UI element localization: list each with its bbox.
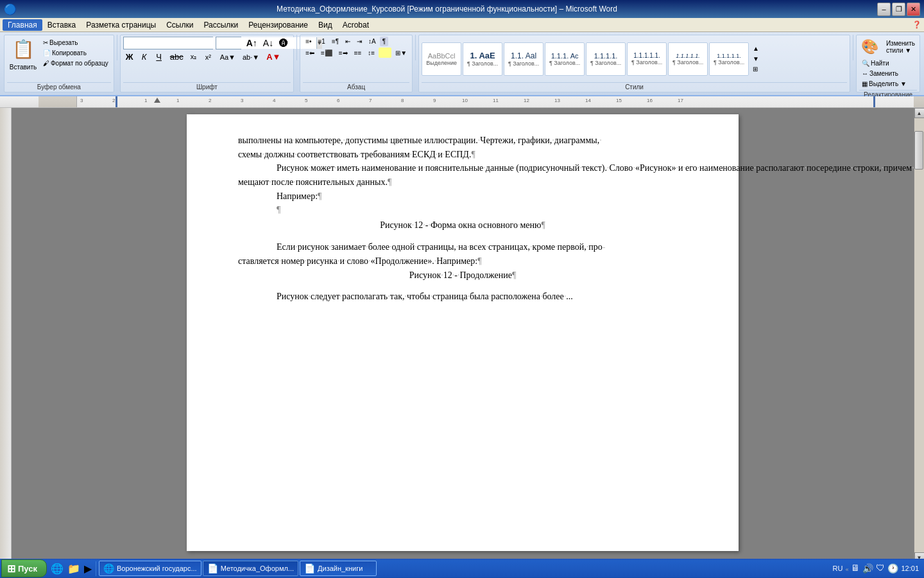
bullets-button[interactable]: ≡• bbox=[303, 37, 314, 46]
paragraph-group: ≡• ≡1 ≡¶ ⇤ ⇥ ↕A ¶ ≡⬅ ≡⬛ ≡➡ ≡≡ ↕≡ ⊞▼ bbox=[300, 35, 413, 92]
style-h7[interactable]: 1.1.1.1.1. ¶ Заголов... bbox=[709, 42, 749, 76]
ql-folder-icon[interactable]: 📁 bbox=[66, 561, 81, 576]
style-h2[interactable]: 1.1. Aal ¶ Заголов... bbox=[504, 42, 543, 76]
font-name-combo[interactable]: Times New Roman ▼ bbox=[123, 37, 213, 49]
justify-button[interactable]: ≡≡ bbox=[352, 48, 364, 58]
menu-home[interactable]: Главная bbox=[3, 19, 42, 31]
ql-ie-icon[interactable]: 🌐 bbox=[49, 561, 65, 576]
strikethrough-button[interactable]: abc bbox=[167, 51, 186, 63]
paste-button[interactable]: 📋 Вставить bbox=[7, 37, 39, 73]
menu-insert[interactable]: Вставка bbox=[42, 19, 81, 31]
para-1: выполнены·на·компьютере,·допустимы·цветн… bbox=[238, 134, 687, 148]
styles-scroll-down[interactable]: ▼ bbox=[750, 54, 762, 64]
taskbar-item-word[interactable]: 📄 Методичка_Оформл... bbox=[203, 561, 298, 576]
superscript-button[interactable]: x² bbox=[203, 52, 216, 62]
ribbon: 📋 Вставить ✂Вырезать 📄Копировать 🖌Формат… bbox=[0, 32, 924, 96]
scroll-track[interactable] bbox=[914, 118, 924, 552]
close-button[interactable]: ✕ bbox=[907, 3, 920, 16]
shading-button[interactable] bbox=[379, 48, 391, 58]
sort-button[interactable]: ↕A bbox=[366, 37, 379, 46]
styles-label: Стили bbox=[422, 82, 847, 91]
title-bar-text: Методичка_Оформление_Курсовой [Режим огр… bbox=[17, 4, 877, 13]
change-styles-button[interactable]: 🎨 Изменить стили ▼ bbox=[859, 37, 917, 57]
menu-references[interactable]: Ссылки bbox=[161, 19, 198, 31]
subscript-button[interactable]: x₂ bbox=[188, 51, 201, 62]
align-right-button[interactable]: ≡➡ bbox=[336, 48, 350, 58]
styles-more[interactable]: ⊞ bbox=[750, 64, 762, 74]
document-page: выполнены·на·компьютере,·допустимы·цветн… bbox=[187, 114, 739, 551]
highlight-button[interactable]: ab·▼ bbox=[240, 52, 262, 62]
bold-button[interactable]: Ж bbox=[123, 51, 136, 63]
style-h1[interactable]: 1. AaE ¶ Заголов... bbox=[463, 42, 502, 76]
clipboard-label: Буфер обмена bbox=[7, 82, 111, 91]
increase-indent-button[interactable]: ⇥ bbox=[354, 37, 364, 46]
restore-button[interactable]: ❐ bbox=[892, 3, 905, 16]
taskbar-item-design[interactable]: 📄 Дизайн_книги bbox=[300, 561, 377, 576]
para-caption-2: Рисунок·12·-·Продолжение¶ bbox=[238, 268, 687, 283]
styles-scroll-up[interactable]: ▲ bbox=[750, 44, 762, 53]
tray-network[interactable]: 🖥 bbox=[851, 563, 860, 574]
para-5: Рисунок·следует·располагать·так,·чтобы·с… bbox=[238, 290, 687, 304]
browser-icon: 🌐 bbox=[103, 563, 114, 574]
document-scroll[interactable]: выполнены·на·компьютере,·допустимы·цветн… bbox=[12, 108, 914, 563]
vertical-ruler bbox=[0, 108, 12, 563]
shrink-font-button[interactable]: A↓ bbox=[261, 37, 276, 49]
font-color-button[interactable]: A▼ bbox=[264, 51, 283, 63]
multilevel-button[interactable]: ≡¶ bbox=[329, 37, 341, 46]
underline-button[interactable]: Ч bbox=[153, 51, 166, 63]
find-button[interactable]: 🔍Найти bbox=[859, 58, 917, 68]
scroll-up-button[interactable]: ▲ bbox=[914, 108, 925, 118]
cut-button[interactable]: ✂Вырезать bbox=[40, 38, 111, 48]
style-h6[interactable]: 1.1.1.1.1. ¶ Заголов... bbox=[668, 42, 708, 76]
paste-icon: 📋 bbox=[12, 39, 35, 60]
menu-acrobat[interactable]: Acrobat bbox=[338, 19, 374, 31]
align-left-button[interactable]: ≡⬅ bbox=[303, 48, 317, 58]
para-4: Если·рисунок·занимает·более·одной·страни… bbox=[238, 240, 687, 268]
system-tray: RU « 🖥 🔊 🛡 🕐 12:01 bbox=[828, 563, 924, 574]
align-center-button[interactable]: ≡⬛ bbox=[318, 48, 335, 58]
numbering-button[interactable]: ≡1 bbox=[315, 37, 327, 46]
line-spacing-button[interactable]: ↕≡ bbox=[365, 48, 377, 58]
show-hide-button[interactable]: ¶ bbox=[380, 37, 388, 46]
word-icon: 📄 bbox=[207, 563, 218, 574]
grow-font-button[interactable]: A↑ bbox=[244, 37, 260, 49]
tray-time: 12:01 bbox=[901, 565, 919, 572]
format-painter-button[interactable]: 🖌Формат по образцу bbox=[40, 58, 111, 68]
tray-volume[interactable]: 🔊 bbox=[862, 563, 873, 574]
italic-button[interactable]: К bbox=[138, 51, 151, 63]
borders-button[interactable]: ⊞▼ bbox=[393, 48, 409, 58]
change-case-button[interactable]: Aa▼ bbox=[218, 52, 238, 62]
styles-group: AaBbCcl Выделение 1. AaE ¶ Заголов... 1.… bbox=[418, 35, 850, 92]
clipboard-group: 📋 Вставить ✂Вырезать 📄Копировать 🖌Формат… bbox=[4, 35, 114, 92]
tray-antivirus[interactable]: 🛡 bbox=[876, 563, 885, 574]
style-h3[interactable]: 1.1.1. Ac ¶ Заголов... bbox=[545, 42, 585, 76]
replace-button[interactable]: ↔Заменить bbox=[859, 69, 917, 78]
copy-button[interactable]: 📄Копировать bbox=[40, 48, 111, 58]
menu-mailings[interactable]: Рассылки bbox=[198, 19, 243, 31]
decrease-indent-button[interactable]: ⇤ bbox=[343, 37, 353, 46]
para-3: Рисунок·может·иметь·наименование·и·поясн… bbox=[238, 161, 687, 189]
font-name-input[interactable]: Times New Roman bbox=[124, 37, 222, 49]
menu-view[interactable]: Вид bbox=[313, 19, 338, 31]
vertical-scrollbar[interactable]: ▲ ▼ bbox=[914, 108, 924, 563]
menu-layout[interactable]: Разметка страницы bbox=[81, 19, 161, 31]
taskbar: ⊞ Пуск 🌐 📁 ▶ 🌐 Воронежский государс... 📄… bbox=[0, 559, 924, 578]
style-h4[interactable]: 1.1.1.1. ¶ Заголов... bbox=[586, 42, 626, 76]
tray-clock[interactable]: 🕐 bbox=[887, 563, 898, 574]
design-icon: 📄 bbox=[304, 563, 315, 574]
start-button[interactable]: ⊞ Пуск bbox=[1, 559, 47, 577]
paragraph-label: Абзац bbox=[303, 82, 409, 91]
style-normal[interactable]: AaBbCcl Выделение bbox=[422, 42, 461, 76]
ql-media-icon[interactable]: ▶ bbox=[83, 561, 93, 576]
select-button[interactable]: ▦Выделить ▼ bbox=[859, 79, 917, 89]
taskbar-item-browser[interactable]: 🌐 Воронежский государс... bbox=[99, 561, 201, 576]
minimize-button[interactable]: – bbox=[877, 3, 891, 16]
scroll-thumb[interactable] bbox=[914, 131, 923, 170]
tray-lang[interactable]: RU bbox=[833, 565, 843, 572]
clear-format-button[interactable]: 🅐 bbox=[277, 37, 291, 49]
font-size-combo[interactable]: 12 ▼ bbox=[216, 37, 241, 49]
taskbar-items: 🌐 Воронежский государс... 📄 Методичка_Оф… bbox=[96, 561, 828, 576]
main-area: выполнены·на·компьютере,·допустимы·цветн… bbox=[0, 108, 924, 563]
style-h5[interactable]: 1.1.1.1.1. ¶ Заголов... bbox=[627, 42, 667, 76]
menu-review[interactable]: Рецензирование bbox=[243, 19, 313, 31]
